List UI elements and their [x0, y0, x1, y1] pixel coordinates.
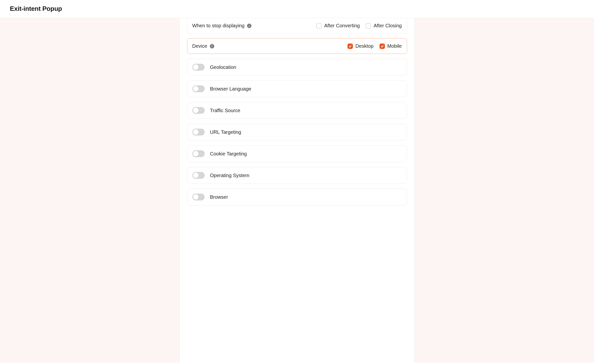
checkbox-desktop[interactable] [347, 44, 353, 49]
row-label-stop-displaying: When to stop displaying i [192, 23, 251, 29]
row-geolocation: Geolocation [187, 59, 407, 76]
toggle-geolocation[interactable] [192, 64, 205, 71]
stop-displaying-options: After Converting After Closing [316, 23, 402, 29]
option-label: After Converting [324, 23, 360, 29]
row-traffic-source: Traffic Source [187, 102, 407, 119]
toggle-label: Browser [210, 194, 228, 200]
toggle-label: Browser Language [210, 86, 251, 92]
toggle-knob [193, 151, 198, 156]
toggle-url-targeting[interactable] [192, 129, 205, 136]
toggle-section: Geolocation Browser Language Traffic Sou… [187, 59, 407, 205]
settings-panel: When to stop displaying i After Converti… [180, 18, 415, 363]
option-after-closing: After Closing [366, 23, 402, 29]
toggle-operating-system[interactable] [192, 172, 205, 179]
row-operating-system: Operating System [187, 167, 407, 184]
option-after-converting: After Converting [316, 23, 360, 29]
toggle-knob [193, 129, 198, 135]
toggle-label: Cookie Targeting [210, 151, 247, 157]
label-text: When to stop displaying [192, 23, 245, 29]
toggle-knob [193, 86, 198, 91]
toggle-knob [193, 108, 198, 113]
page-title: Exit-intent Popup [10, 5, 584, 13]
info-icon[interactable]: i [210, 44, 214, 48]
checkbox-mobile[interactable] [380, 44, 385, 49]
row-device: Device i Desktop Mobile [187, 38, 407, 54]
toggle-label: URL Targeting [210, 129, 241, 135]
option-label: Mobile [387, 43, 402, 49]
toggle-label: Geolocation [210, 64, 236, 70]
option-label: After Closing [374, 23, 402, 29]
row-browser-language: Browser Language [187, 80, 407, 97]
toggle-knob [193, 194, 198, 200]
toggle-browser[interactable] [192, 194, 205, 200]
row-browser: Browser [187, 189, 407, 205]
page-background: When to stop displaying i After Converti… [0, 18, 594, 363]
toggle-label: Operating System [210, 173, 249, 178]
toggle-knob [193, 64, 198, 70]
row-stop-displaying: When to stop displaying i After Converti… [187, 18, 407, 33]
page-header: Exit-intent Popup [0, 0, 594, 18]
toggle-browser-language[interactable] [192, 85, 205, 92]
toggle-label: Traffic Source [210, 108, 240, 113]
row-cookie-targeting: Cookie Targeting [187, 145, 407, 162]
device-options: Desktop Mobile [347, 43, 402, 49]
toggle-traffic-source[interactable] [192, 107, 205, 114]
checkbox-after-converting[interactable] [316, 23, 322, 29]
check-icon [348, 45, 352, 48]
option-label: Desktop [355, 43, 373, 49]
info-icon[interactable]: i [247, 24, 251, 28]
check-icon [380, 45, 384, 48]
toggle-cookie-targeting[interactable] [192, 150, 205, 157]
row-url-targeting: URL Targeting [187, 124, 407, 140]
option-mobile: Mobile [380, 43, 402, 49]
label-text: Device [192, 43, 207, 49]
toggle-knob [193, 173, 198, 178]
checkbox-after-closing[interactable] [366, 23, 371, 29]
row-label-device: Device i [192, 43, 214, 49]
option-desktop: Desktop [347, 43, 373, 49]
